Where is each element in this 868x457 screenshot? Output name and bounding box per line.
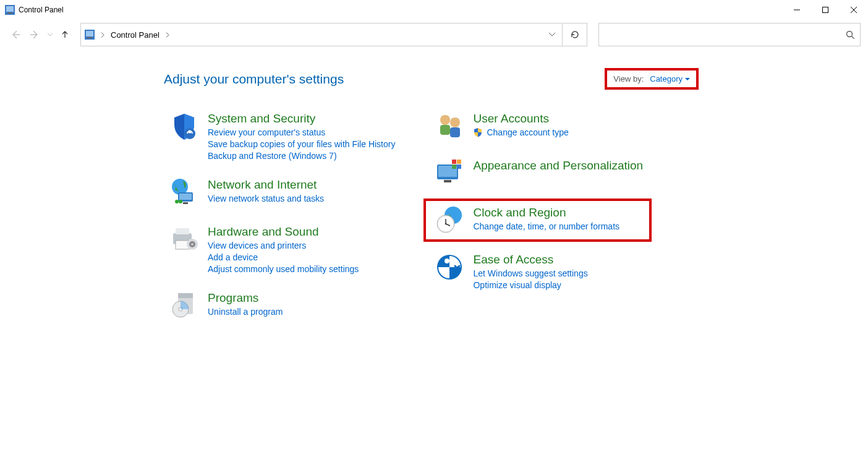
chevron-right-icon[interactable] [98,32,107,38]
forward-button[interactable] [27,26,42,43]
category-programs: Programs Uninstall a program [167,290,395,321]
svg-rect-42 [457,164,461,169]
category-link[interactable]: Optimize visual display [473,280,587,290]
category-title[interactable]: User Accounts [473,112,568,126]
svg-rect-35 [450,127,460,137]
category-link[interactable]: Add a device [208,252,359,262]
svg-rect-33 [440,125,450,135]
category-system-and-security: System and Security Review your computer… [167,111,395,161]
category-title[interactable]: System and Security [208,112,395,126]
globe-icon [167,177,202,208]
monitor-tiles-icon [432,158,467,189]
svg-rect-1 [6,6,14,12]
category-title[interactable]: Network and Internet [208,178,324,192]
content-area: Adjust your computer's settings View by:… [0,49,868,321]
svg-point-27 [191,243,194,246]
refresh-button[interactable] [562,23,587,46]
svg-rect-11 [87,37,92,38]
toolbar: Control Panel [0,20,868,49]
svg-line-13 [852,36,854,38]
maximize-button[interactable] [811,0,840,20]
category-title[interactable]: Ease of Access [473,253,587,267]
chevron-right-icon[interactable] [163,32,172,38]
category-link[interactable]: View devices and printers [208,241,359,250]
people-icon [432,111,467,142]
minimize-button[interactable] [783,0,811,20]
category-network-and-internet: Network and Internet View network status… [167,177,395,208]
category-clock-and-region: Clock and Region Change date, time, or n… [423,199,652,242]
svg-rect-2 [7,12,12,14]
control-panel-icon [85,30,95,40]
category-column-right: User Accounts Change account type [432,111,643,321]
ease-of-access-icon [432,252,467,283]
titlebar: Control Panel [0,0,868,20]
svg-point-12 [847,31,853,36]
category-title[interactable]: Hardware and Sound [208,225,359,239]
view-by-dropdown[interactable]: Category [650,74,690,83]
category-link[interactable]: Review your computer's status [208,127,395,137]
category-hardware-and-sound: Hardware and Sound View devices and prin… [167,224,395,274]
svg-rect-18 [179,194,192,200]
view-by-control: View by: Category [605,68,699,90]
svg-rect-39 [452,160,456,164]
category-link[interactable]: Backup and Restore (Windows 7) [208,151,395,161]
svg-rect-23 [176,228,189,234]
category-link[interactable]: Save backup copies of your files with Fi… [208,139,395,149]
chevron-down-icon [685,78,690,80]
page-heading: Adjust your computer's settings [164,72,344,87]
category-title[interactable]: Clock and Region [473,206,619,220]
category-title[interactable]: Appearance and Personalization [473,159,643,173]
category-link[interactable]: Let Windows suggest settings [473,268,587,278]
svg-point-14 [184,128,195,139]
uac-shield-icon [473,127,483,137]
search-icon[interactable] [846,30,855,40]
address-history-button[interactable] [541,23,562,46]
svg-rect-29 [178,293,193,298]
category-link[interactable]: Change date, time, or number formats [473,221,619,231]
category-appearance-and-personalization: Appearance and Personalization [432,158,643,189]
svg-point-15 [188,130,191,133]
category-link[interactable]: Change account type [487,127,568,137]
up-button[interactable] [57,26,73,43]
category-link[interactable]: View network status and tasks [208,194,324,203]
view-by-label: View by: [613,74,644,83]
disc-box-icon [167,290,202,321]
svg-point-50 [445,258,449,263]
printer-icon [167,224,202,255]
category-column-left: System and Security Review your computer… [167,111,395,321]
shield-icon [167,111,202,142]
svg-rect-4 [823,7,828,13]
svg-rect-10 [86,31,93,36]
svg-rect-41 [452,164,456,169]
category-link[interactable]: Uninstall a program [208,307,283,317]
category-link[interactable]: Adjust commonly used mobility settings [208,264,359,274]
svg-rect-38 [444,180,451,182]
close-button[interactable] [840,0,868,20]
recent-locations-button[interactable] [46,26,54,43]
svg-point-34 [450,117,460,127]
svg-point-20 [175,200,179,203]
category-user-accounts: User Accounts Change account type [432,111,643,142]
category-title[interactable]: Programs [208,291,283,305]
svg-rect-19 [183,202,188,204]
address-bar[interactable]: Control Panel [80,23,587,46]
svg-point-32 [440,115,450,125]
category-ease-of-access: Ease of Access Let Windows suggest setti… [432,252,643,290]
control-panel-icon [5,5,15,15]
svg-point-48 [445,223,447,225]
breadcrumb-location[interactable]: Control Panel [111,30,160,40]
search-input[interactable] [604,23,846,46]
svg-rect-40 [457,160,461,164]
back-button[interactable] [7,26,23,43]
view-by-value: Category [650,74,683,83]
svg-point-21 [179,200,182,203]
clock-globe-icon [432,205,467,236]
search-bar[interactable] [598,23,861,46]
window-title: Control Panel [19,6,64,14]
